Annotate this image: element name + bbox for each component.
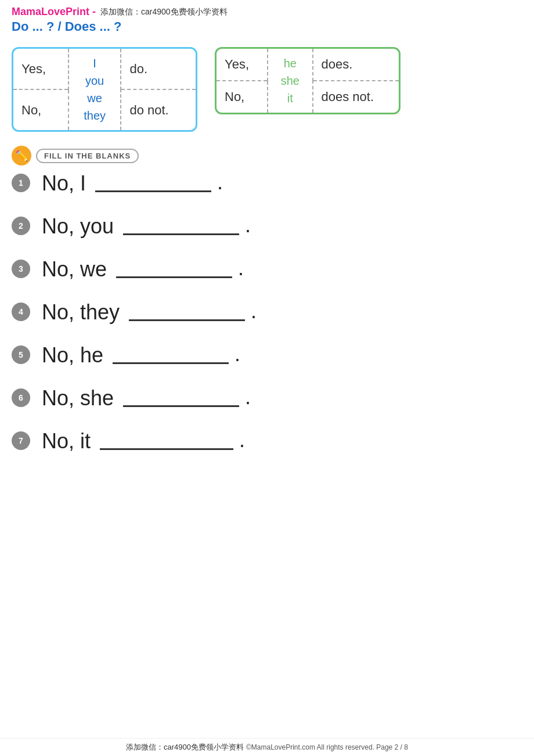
green-subjects: he she it (268, 49, 312, 113)
period-1: . (217, 170, 223, 195)
period-3: . (238, 256, 244, 280)
exercise-number-4: 4 (12, 303, 30, 321)
exercises-container: 1 No, I . 2 No, you . 3 No, we . 4 No, t… (0, 168, 534, 483)
period-5: . (234, 342, 240, 366)
exercise-text-7: No, it . (42, 428, 245, 453)
footer-copyright: ©MamaLovePrint.com All rights reserved. … (246, 743, 408, 751)
exercise-sentence-4: No, they (42, 300, 120, 325)
blank-6 (123, 405, 239, 407)
blue-do: do. (121, 49, 196, 89)
exercise-item: 7 No, it . (12, 428, 522, 453)
blue-do-not: do not. (121, 89, 196, 130)
exercise-sentence-7: No, it (42, 429, 91, 453)
blank-1 (95, 190, 211, 192)
blue-subjects: I you we they (68, 49, 121, 130)
header: MamaLovePrint - 添加微信：car4900免费领小学资料 Do .… (0, 0, 534, 38)
header-top: MamaLovePrint - 添加微信：car4900免费领小学资料 (12, 6, 522, 18)
exercise-text-1: No, I . (42, 170, 223, 196)
section-header: ✏️ FILL IN THE BLANKS (0, 141, 534, 168)
exercise-number-2: 2 (12, 217, 30, 235)
green-no: No, (217, 81, 268, 113)
exercise-number-5: 5 (12, 345, 30, 364)
blank-2 (123, 233, 239, 235)
green-yes: Yes, (217, 49, 268, 81)
brand-name: MamaLovePrint - (12, 6, 96, 18)
green-table: Yes, he she it does. No, does not. (215, 47, 400, 114)
exercise-item: 2 No, you . (12, 213, 522, 239)
exercise-item: 3 No, we . (12, 256, 522, 282)
fill-in-label: FILL IN THE BLANKS (36, 149, 139, 163)
exercise-sentence-6: No, she (42, 386, 114, 411)
exercise-number-1: 1 (12, 174, 30, 192)
exercise-item: 4 No, they . (12, 299, 522, 325)
footer-wechat: 添加微信：car4900免费领小学资料 (126, 742, 244, 753)
wechat-info: 添加微信：car4900免费领小学资料 (100, 7, 228, 17)
blue-table: Yes, I you we they do. No, do not. (12, 47, 197, 132)
blank-4 (129, 319, 245, 321)
exercise-text-4: No, they . (42, 299, 257, 325)
exercise-sentence-3: No, we (42, 257, 107, 282)
blue-no: No, (13, 89, 68, 130)
green-does: does. (313, 49, 399, 81)
blue-yes: Yes, (13, 49, 68, 89)
exercise-text-6: No, she . (42, 385, 251, 411)
exercise-number-3: 3 (12, 260, 30, 278)
blank-5 (113, 362, 229, 364)
exercise-item: 1 No, I . (12, 170, 522, 196)
exercise-text-5: No, he . (42, 342, 240, 368)
blank-3 (116, 276, 232, 278)
period-7: . (239, 428, 245, 452)
exercise-item: 5 No, he . (12, 342, 522, 368)
period-2: . (245, 213, 251, 237)
green-does-not: does not. (313, 81, 399, 113)
exercise-sentence-2: No, you (42, 214, 114, 239)
pencil-icon: ✏️ (12, 146, 31, 165)
exercise-text-2: No, you . (42, 213, 251, 239)
period-6: . (245, 385, 251, 409)
exercise-number-6: 6 (12, 388, 30, 407)
page-subtitle: Do ... ? / Does ... ? (12, 19, 522, 34)
exercise-item: 6 No, she . (12, 385, 522, 411)
exercise-sentence-5: No, he (42, 343, 103, 368)
blank-7 (100, 448, 233, 450)
exercise-number-7: 7 (12, 431, 30, 450)
footer: 添加微信：car4900免费领小学资料 ©MamaLovePrint.com A… (0, 738, 534, 756)
exercise-sentence-1: No, I (42, 171, 86, 196)
period-4: . (251, 299, 257, 323)
reference-tables: Yes, I you we they do. No, do not. (0, 38, 534, 141)
exercise-text-3: No, we . (42, 256, 244, 282)
